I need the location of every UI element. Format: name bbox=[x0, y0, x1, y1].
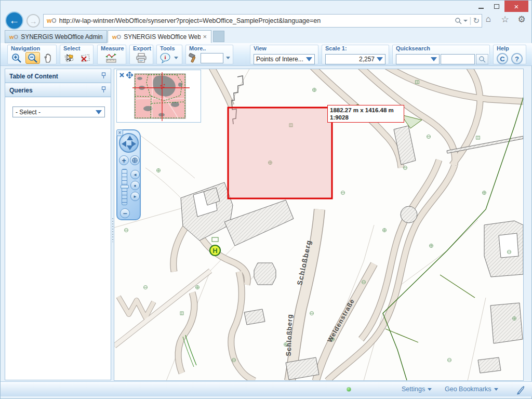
pan-right-arrow-icon[interactable] bbox=[131, 141, 136, 147]
zoom-in-button[interactable]: + bbox=[119, 155, 129, 165]
info-balloon-icon: i bbox=[159, 52, 171, 63]
quicksearch-button[interactable] bbox=[476, 54, 488, 64]
map-viewport[interactable]: Schloßberg Schloßberg Weldenstraße H 188… bbox=[114, 69, 524, 381]
tab-favicon: wO bbox=[9, 34, 18, 40]
geo-bookmarks-label: Geo Bookmarks bbox=[445, 385, 491, 393]
zoom-in-icon bbox=[11, 53, 22, 63]
measure-icon bbox=[105, 52, 117, 63]
tab-weboffice-client[interactable]: wO SYNERGIS WebOffice WebO... × bbox=[108, 30, 211, 43]
home-icon[interactable]: ⌂ bbox=[483, 14, 494, 25]
maximize-icon bbox=[494, 4, 499, 9]
toolbar-group-navigation: Navigation bbox=[7, 45, 57, 64]
tools-dropdown-button[interactable] bbox=[172, 52, 180, 64]
clear-selection-tool-button[interactable] bbox=[77, 52, 92, 64]
center-map-button[interactable]: ● bbox=[130, 181, 140, 190]
group-label-quicksearch: Quicksearch bbox=[396, 45, 430, 51]
chevron-down-icon bbox=[494, 388, 498, 391]
chevron-down-icon bbox=[96, 110, 102, 114]
clear-selection-icon bbox=[79, 53, 90, 63]
scale-dropdown-value: 2,257 bbox=[328, 56, 375, 63]
url-text[interactable]: http://w-lap-wintner/WebOffice/synserver… bbox=[59, 17, 455, 24]
contact-button[interactable]: C bbox=[497, 53, 508, 64]
overview-map-image[interactable] bbox=[132, 72, 199, 121]
more-dropdown-button[interactable] bbox=[224, 52, 232, 64]
search-icon bbox=[478, 56, 486, 63]
toolbar-group-help: Help C ? bbox=[493, 45, 526, 64]
geo-bookmarks-menu[interactable]: Geo Bookmarks bbox=[445, 385, 498, 393]
browser-window: × ← → wO http://w-lap-wintner/WebOffice/… bbox=[0, 0, 532, 399]
close-button[interactable]: × bbox=[504, 1, 528, 12]
more-tools-combobox[interactable] bbox=[201, 53, 223, 63]
select-tool-button[interactable] bbox=[61, 52, 76, 64]
zoom-slider-handle[interactable] bbox=[121, 185, 129, 189]
back-button[interactable]: ← bbox=[5, 11, 23, 30]
tooltip-dimensions: 1882.27 m x 1416.48 m bbox=[330, 107, 402, 114]
tab-close-icon[interactable]: × bbox=[203, 33, 207, 41]
selection-rectangle[interactable] bbox=[228, 108, 332, 198]
forward-button[interactable]: → bbox=[26, 14, 40, 28]
tab-label: SYNERGIS WebOffice Administ... bbox=[21, 33, 102, 41]
overview-close-icon[interactable] bbox=[118, 71, 125, 78]
view-dropdown[interactable]: Points of Intere... bbox=[254, 54, 315, 64]
chevron-down-icon bbox=[226, 57, 230, 59]
pin-icon[interactable] bbox=[101, 72, 107, 81]
tab-label: SYNERGIS WebOffice WebO... bbox=[124, 33, 201, 41]
address-bar[interactable]: wO http://w-lap-wintner/WebOffice/synser… bbox=[43, 14, 482, 28]
toolbar: Navigation Select Measure bbox=[1, 43, 532, 66]
group-label-export: Export bbox=[133, 45, 151, 51]
help-button[interactable]: ? bbox=[511, 53, 523, 64]
svg-text:i: i bbox=[164, 54, 166, 60]
measure-tool-button[interactable] bbox=[104, 52, 118, 64]
back-arrow-icon: ← bbox=[9, 15, 20, 26]
chevron-down-icon bbox=[306, 57, 312, 61]
new-tab-stub[interactable] bbox=[213, 31, 224, 42]
refresh-icon[interactable]: ↻ bbox=[473, 16, 480, 25]
redline-pen-icon[interactable] bbox=[516, 384, 526, 396]
search-options-caret-icon[interactable] bbox=[463, 20, 468, 22]
pin-icon[interactable] bbox=[101, 86, 107, 95]
minimize-icon bbox=[478, 8, 484, 9]
pan-tool-button[interactable] bbox=[41, 52, 56, 64]
zoom-out-button[interactable]: − bbox=[120, 208, 130, 218]
measure-tooltip: 1882.27 m x 1416.48 m 1:9028 bbox=[327, 105, 404, 123]
zoom-in-tool-button[interactable] bbox=[9, 52, 24, 64]
query-select-dropdown[interactable]: - Select - bbox=[12, 107, 105, 117]
pan-up-arrow-icon[interactable] bbox=[127, 136, 133, 140]
pan-left-arrow-icon[interactable] bbox=[122, 141, 126, 147]
next-extent-button[interactable]: ► bbox=[130, 192, 140, 201]
panel-header-table-of-content[interactable]: Table of Content bbox=[5, 69, 111, 83]
zoom-slider[interactable] bbox=[122, 169, 127, 205]
info-tool-button[interactable]: i bbox=[158, 52, 172, 64]
group-label-scale: Scale 1: bbox=[325, 45, 347, 51]
pan-compass[interactable] bbox=[119, 133, 139, 153]
minimize-button[interactable] bbox=[473, 1, 489, 12]
settings-menu[interactable]: Settings bbox=[402, 385, 432, 393]
zoom-out-tool-button[interactable] bbox=[25, 52, 40, 64]
group-label-tools: Tools bbox=[160, 45, 175, 51]
maximize-button[interactable] bbox=[489, 1, 504, 12]
quicksearch-dropdown[interactable] bbox=[396, 54, 440, 64]
search-icon[interactable] bbox=[455, 17, 462, 24]
panel-header-queries[interactable]: Queries bbox=[5, 83, 111, 97]
chevron-down-icon bbox=[431, 57, 437, 61]
full-extent-button[interactable] bbox=[130, 155, 140, 165]
globe-icon bbox=[132, 157, 138, 163]
more-tools-button[interactable] bbox=[186, 52, 201, 64]
query-select-value: - Select - bbox=[16, 109, 94, 116]
print-tool-button[interactable] bbox=[134, 52, 149, 64]
scale-dropdown[interactable]: 2,257 bbox=[325, 54, 385, 64]
chevron-down-icon bbox=[428, 388, 432, 391]
street-label-weldenstrasse: Weldenstraße bbox=[326, 298, 356, 344]
settings-label: Settings bbox=[402, 385, 425, 393]
settings-gear-icon[interactable]: ⚙ bbox=[516, 14, 527, 25]
group-label-measure: Measure bbox=[101, 45, 124, 51]
overview-move-icon[interactable] bbox=[126, 71, 133, 78]
previous-extent-button[interactable]: ◄ bbox=[130, 170, 140, 179]
tab-favicon: wO bbox=[112, 34, 121, 40]
favorites-icon[interactable]: ☆ bbox=[499, 14, 511, 25]
tab-weboffice-administration[interactable]: wO SYNERGIS WebOffice Administ... bbox=[5, 30, 107, 43]
toolbar-group-quicksearch: Quicksearch bbox=[392, 45, 490, 64]
toolbar-group-more: More.. bbox=[185, 45, 233, 64]
quicksearch-input[interactable] bbox=[441, 54, 475, 64]
panel-title: Table of Content bbox=[9, 73, 58, 80]
